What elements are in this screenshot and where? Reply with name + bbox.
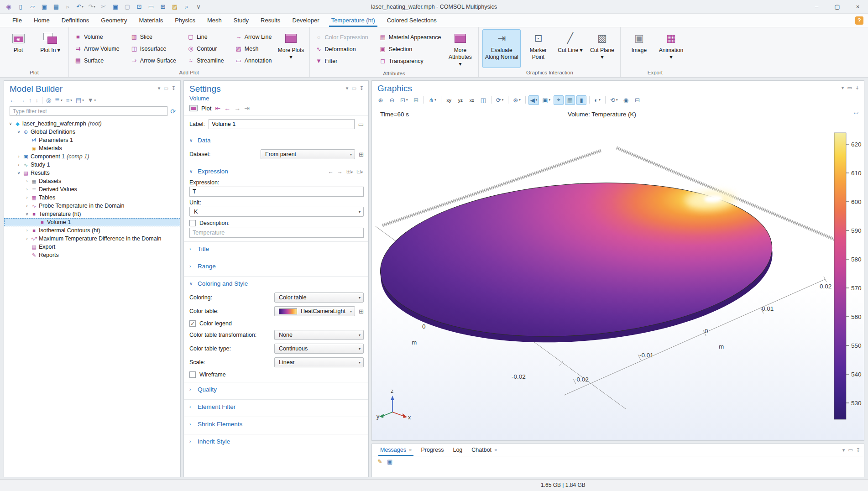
move-down-icon[interactable]: ↓ [36, 97, 39, 104]
expand-icon[interactable]: › [24, 204, 30, 208]
transparency-button[interactable]: ◻Transparency [377, 55, 443, 67]
float-icon[interactable]: ▭ [847, 85, 852, 91]
expand-icon[interactable]: › [16, 162, 21, 167]
filter-button[interactable]: ▼Filter [314, 55, 370, 67]
tab-chatbot[interactable]: Chatbot× [467, 444, 502, 456]
tree-item-probe-temperature-in-the-domain[interactable]: ›∿Probe Temperature in the Domain [4, 202, 180, 210]
move-up-icon[interactable]: ↑ [29, 97, 32, 104]
annotation-button[interactable]: ▭Annotation [233, 55, 274, 67]
pin-icon[interactable]: ↧ [360, 85, 364, 91]
tab-definitions[interactable]: Definitions [56, 14, 95, 27]
volume-button[interactable]: ■Volume [73, 31, 121, 43]
float-icon[interactable]: ▭ [351, 85, 356, 91]
select-icon[interactable]: ⊞ [158, 2, 168, 11]
expression-menu-icon[interactable]: ⊡▾ [356, 168, 363, 175]
snapshot-icon[interactable]: ◉ [621, 95, 631, 105]
default-view-icon[interactable]: ⋔▾ [427, 95, 438, 105]
maximize-button[interactable]: ▢ [827, 0, 847, 14]
duplicate-icon[interactable]: ⊡ [134, 2, 144, 11]
qat-more-icon[interactable]: ∨ [193, 2, 204, 11]
section-shrink-elements[interactable]: › Shrink Elements [184, 417, 368, 431]
paste-icon[interactable]: ▢ [122, 2, 132, 11]
collapse-icon[interactable]: ∨ [8, 121, 13, 126]
print-icon[interactable]: ⊟ [632, 95, 642, 105]
marker-point-button[interactable]: ⊡Marker Point [523, 29, 553, 68]
material-appearance-button[interactable]: ▦Material Appearance [377, 31, 443, 43]
close-icon[interactable]: × [494, 447, 497, 453]
plot-button-label[interactable]: Plot [201, 105, 211, 112]
redo-icon[interactable]: ↷▾ [87, 2, 97, 11]
surface-button[interactable]: ▤Surface [73, 55, 121, 67]
add-color-table-icon[interactable]: ⊞ [359, 308, 364, 315]
color-table-select[interactable]: HeatCameraLight▾ [274, 306, 355, 316]
tree-filter-input[interactable] [10, 106, 167, 116]
tab-log[interactable]: Log [448, 444, 467, 456]
grid-toggle-icon[interactable]: ▦ [565, 95, 575, 105]
graphics-canvas[interactable]: Time=60 s Volume: Temperature (K) ▱ [372, 106, 864, 440]
arrow-surface-button[interactable]: ⇒Arrow Surface [129, 55, 178, 67]
plot-window-icon[interactable]: ▱ [854, 109, 858, 116]
new-file-icon[interactable]: ▯ [16, 2, 26, 11]
deformation-button[interactable]: ∿Deformation [314, 43, 370, 55]
plot-in-button[interactable]: Plot In ▾ [36, 29, 65, 68]
view-xz-icon[interactable]: xz [467, 95, 477, 105]
tab-study[interactable]: Study [228, 14, 255, 27]
clear-messages-icon[interactable]: ✎ [377, 458, 382, 465]
panel-menu-icon[interactable]: ▾ [158, 85, 161, 91]
panel-menu-icon[interactable]: ▾ [346, 85, 349, 91]
tab-colored-selections[interactable]: Colored Selections [381, 14, 443, 27]
delete-icon[interactable]: ▭ [146, 2, 156, 11]
streamline-button[interactable]: ≈Streamline [185, 55, 226, 67]
collapse-icon[interactable]: ∨ [24, 212, 30, 216]
isosurface-button[interactable]: ◫Isosurface [129, 43, 178, 55]
tree-item-volume-1[interactable]: ■Volume 1 [4, 218, 180, 226]
zoom-box-icon[interactable]: ⊡▾ [398, 95, 409, 105]
rotate-view-icon[interactable]: ⟳▾ [494, 95, 505, 105]
plot-button[interactable]: ◉Plot [4, 29, 33, 68]
copy-icon[interactable]: ▣ [110, 2, 120, 11]
cut-plane-button[interactable]: ▧Cut Plane ▾ [587, 29, 617, 68]
selection-button[interactable]: ▣Selection [377, 43, 443, 55]
section-title[interactable]: › Title [184, 241, 368, 256]
tree-item-export[interactable]: ▤Export [4, 243, 180, 251]
previous-expression-icon[interactable]: ← [328, 168, 334, 175]
filter-funnel-icon[interactable]: ▼▾ [88, 97, 96, 104]
expand-icon[interactable]: › [24, 228, 30, 233]
expand-icon[interactable]: › [24, 195, 30, 200]
pin-icon[interactable]: ↧ [856, 447, 860, 453]
expand-icon[interactable]: › [16, 154, 21, 159]
slice-button[interactable]: ▥Slice [129, 31, 178, 43]
collapse-icon[interactable]: ∨ [16, 130, 21, 134]
view-yz-icon[interactable]: yz [455, 95, 465, 105]
tree-item-derived-values[interactable]: ›≣Derived Values [4, 185, 180, 193]
close-icon[interactable]: × [409, 447, 412, 453]
plot-previous-icon[interactable]: ← [224, 104, 230, 112]
rename-icon[interactable]: ▭ [358, 121, 364, 128]
tree-item-component-1[interactable]: ›▣Component 1(comp 1) [4, 152, 180, 161]
dataset-select[interactable]: From parent▾ [261, 149, 355, 159]
tab-temperature-ht-[interactable]: Temperature (ht) [325, 14, 381, 27]
label-input[interactable] [209, 119, 355, 129]
collapse-icon[interactable]: ∨ [16, 171, 21, 175]
wireframe-checkbox[interactable] [189, 371, 196, 378]
appearance-icon[interactable]: ◐▾ [592, 95, 602, 105]
model-tree-nodes-icon[interactable]: ▤▾ [76, 97, 84, 104]
tree-item-isothermal-contours-ht-[interactable]: ›■Isothermal Contours (ht) [4, 226, 180, 235]
scene-light-icon[interactable]: ⊛▾ [511, 95, 522, 105]
line-button[interactable]: ▢Line [185, 31, 226, 43]
tab-progress[interactable]: Progress [416, 444, 448, 456]
cut-line-button[interactable]: ╱Cut Line ▾ [555, 29, 585, 68]
arrow-volume-button[interactable]: ⇉Arrow Volume [73, 43, 121, 55]
section-coloring-and-style[interactable]: ∨ Coloring and Style [184, 276, 368, 291]
insert-expression-icon[interactable]: ⊞▾ [346, 168, 353, 175]
section-quality[interactable]: › Quality [184, 382, 368, 397]
zoom-extents-icon[interactable]: ⊞ [411, 95, 421, 105]
help-button[interactable]: ? [855, 16, 863, 25]
tree-item-datasets[interactable]: ›▦Datasets [4, 177, 180, 185]
panel-menu-icon[interactable]: ▾ [842, 447, 845, 453]
nav-back-icon[interactable]: ← [10, 97, 16, 104]
more-attributes-button[interactable]: More Attributes ▾ [445, 29, 475, 69]
tab-results[interactable]: Results [255, 14, 286, 27]
show-icon[interactable]: ◎ [46, 97, 51, 104]
plot-button-icon[interactable] [189, 105, 198, 111]
